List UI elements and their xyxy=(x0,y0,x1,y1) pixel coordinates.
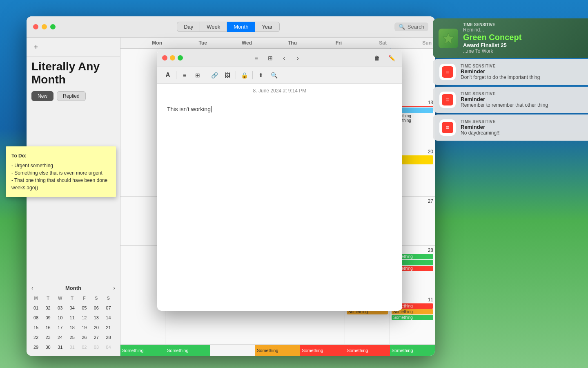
day-header-sat: Sat xyxy=(345,38,390,48)
sticky-item-2: - Something else that is even more urgen… xyxy=(11,169,110,177)
separator xyxy=(236,71,236,79)
close-button[interactable] xyxy=(33,24,38,29)
notification-1[interactable]: ≡ TIME SENSITIVE Reminder Don't forget t… xyxy=(433,59,588,85)
day-header-wed: Wed xyxy=(210,38,255,48)
bottom-event[interactable]: Something xyxy=(165,345,210,356)
mini-prev-button[interactable]: ‹ xyxy=(31,285,33,291)
notes-lock-button[interactable]: 🔒 xyxy=(238,70,250,81)
traffic-lights xyxy=(33,24,56,29)
notes-close-button[interactable] xyxy=(162,55,167,61)
month-view-button[interactable]: Month xyxy=(227,22,255,32)
search-placeholder: Search xyxy=(408,24,424,30)
new-button[interactable]: New xyxy=(31,91,53,101)
notif-body-2: Remember to remember that other thing xyxy=(461,102,581,108)
separator xyxy=(206,71,206,79)
day-view-button[interactable]: Day xyxy=(177,22,200,32)
time-sensitive-label-2: TIME SENSITIVE xyxy=(461,92,581,96)
replied-button[interactable]: Replied xyxy=(57,91,86,101)
notification-2[interactable]: ≡ TIME SENSITIVE Reminder Remember to re… xyxy=(433,87,588,113)
notes-delete-button[interactable]: 🗑 xyxy=(371,52,383,64)
notification-content-1: TIME SENSITIVE Reminder Don't forget to … xyxy=(461,64,581,80)
maximize-button[interactable] xyxy=(50,24,56,29)
notification-3[interactable]: ≡ TIME SENSITIVE Reminder No daydreaming… xyxy=(433,114,588,141)
notes-list-button[interactable]: ≡ xyxy=(179,70,190,81)
day-header-tue: Tue xyxy=(165,38,210,48)
reminder-icon-1: ≡ xyxy=(439,64,456,80)
day-headers: Mon Tue Wed Thu Fri Sat Sun xyxy=(120,38,435,49)
day-header-mon: Mon xyxy=(120,38,165,48)
sticky-item-3: - That one thing that should have been d… xyxy=(11,177,110,191)
mini-month-label: Month xyxy=(65,285,81,291)
svg-marker-0 xyxy=(443,33,454,44)
mini-cal-grid: M T W T F S S 01 02 03 04 05 06 07 08 09 xyxy=(31,294,115,352)
notes-prev-button[interactable]: ‹ xyxy=(278,52,290,64)
notif-body-1: Don't forget to do the important thing xyxy=(461,74,581,80)
bottom-event[interactable]: Something xyxy=(390,345,435,356)
notes-body[interactable]: This isn't working xyxy=(157,98,402,311)
bottom-event[interactable]: Something xyxy=(300,345,345,356)
award-time-sensitive: TIME SENSITIVE xyxy=(463,22,521,27)
day-header-sun: Sun xyxy=(390,38,435,48)
notes-timestamp: 8. June 2024 at 9:14 PM xyxy=(157,84,402,98)
sidebar-top: + xyxy=(27,38,120,57)
award-sub: Award Finalist 25 xyxy=(463,42,521,48)
notif-title-1: Reminder xyxy=(461,68,581,74)
mini-cal-nav: ‹ Month › xyxy=(31,285,115,291)
notes-grid-view-button[interactable]: ⊞ xyxy=(265,52,276,64)
reminder-icon-2: ≡ xyxy=(439,92,456,108)
notes-search-button[interactable]: 🔍 xyxy=(268,70,280,81)
bottom-event[interactable]: Something xyxy=(345,345,390,356)
sidebar-buttons: New Replied xyxy=(27,88,120,104)
day-header-thu: Thu xyxy=(255,38,300,48)
bottom-event[interactable]: Something xyxy=(255,345,300,356)
notif-title-2: Reminder xyxy=(461,96,581,102)
notif-body-3: No daydreaming!!! xyxy=(461,130,581,136)
notification-content-3: TIME SENSITIVE Reminder No daydreaming!!… xyxy=(461,119,581,136)
award-text: TIME SENSITIVE Remind... Green Concept A… xyxy=(463,22,521,54)
bottom-event-bars: Something Something Something Something … xyxy=(120,344,435,356)
notes-text: This isn't working xyxy=(167,106,211,112)
minimize-button[interactable] xyxy=(42,24,47,29)
notif-title-3: Reminder xyxy=(461,124,581,130)
notes-link-button[interactable]: 🔗 xyxy=(209,70,220,81)
notes-titlebar: ≡ ⊞ ‹ › 🗑 ✏️ xyxy=(157,49,402,67)
notifications-panel: TIME SENSITIVE Remind... Green Concept A… xyxy=(433,18,588,142)
calendar-titlebar: Day Week Month Year 🔍 Search xyxy=(27,16,435,38)
separator xyxy=(176,71,176,79)
separator xyxy=(252,71,253,79)
award-notification[interactable]: TIME SENSITIVE Remind... Green Concept A… xyxy=(433,18,588,58)
notes-table-button[interactable]: ⊞ xyxy=(192,70,203,81)
notes-font-button[interactable]: A xyxy=(162,70,174,81)
notification-content-2: TIME SENSITIVE Reminder Remember to reme… xyxy=(461,92,581,108)
sticky-item-1: - Urgent something xyxy=(11,162,110,169)
notes-maximize-button[interactable] xyxy=(178,55,183,61)
notes-list-view-button[interactable]: ≡ xyxy=(251,52,262,64)
search-icon: 🔍 xyxy=(399,24,405,30)
search-bar[interactable]: 🔍 Search xyxy=(394,22,428,31)
notes-minimize-button[interactable] xyxy=(170,55,175,61)
mini-calendar: ‹ Month › M T W T F S S 01 02 03 04 05 xyxy=(27,280,120,356)
calendar-title: Literally Any Month xyxy=(27,57,120,88)
reminder-icon-3: ≡ xyxy=(439,119,456,136)
view-selector: Day Week Month Year xyxy=(62,22,394,32)
time-sensitive-label-1: TIME SENSITIVE xyxy=(461,64,581,68)
notes-compose-button[interactable]: ✏️ xyxy=(386,52,397,64)
day-header-fri: Fri xyxy=(300,38,345,48)
sticky-note: To Do: - Urgent something - Something el… xyxy=(6,146,116,197)
award-name: Green Concept xyxy=(463,33,521,42)
mini-next-button[interactable]: › xyxy=(113,285,115,291)
year-view-button[interactable]: Year xyxy=(255,22,279,32)
notes-window: ≡ ⊞ ‹ › 🗑 ✏️ A ≡ ⊞ 🔗 🖼 🔒 ⬆ 🔍 8. June 202… xyxy=(157,49,402,311)
notes-image-button[interactable]: 🖼 xyxy=(222,70,233,81)
notes-traffic-lights xyxy=(162,55,183,61)
notes-next-button[interactable]: › xyxy=(292,52,304,64)
award-detail1: Remind... xyxy=(463,27,521,33)
time-sensitive-label-3: TIME SENSITIVE xyxy=(461,119,581,124)
add-event-button[interactable]: + xyxy=(31,43,40,52)
event-pill[interactable]: Something xyxy=(392,315,433,320)
sticky-title: To Do: xyxy=(11,152,110,159)
bottom-event[interactable]: Something xyxy=(120,345,165,356)
notes-formatting-toolbar: A ≡ ⊞ 🔗 🖼 🔒 ⬆ 🔍 xyxy=(157,67,402,84)
notes-share-button[interactable]: ⬆ xyxy=(255,70,267,81)
week-view-button[interactable]: Week xyxy=(200,22,227,32)
